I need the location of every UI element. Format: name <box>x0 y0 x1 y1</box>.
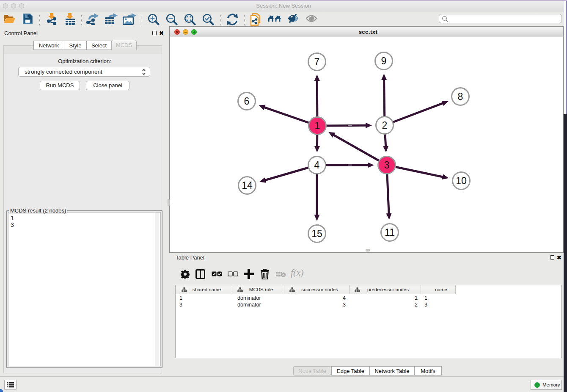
svg-text:14: 14 <box>242 180 253 191</box>
svg-text:3: 3 <box>384 160 390 171</box>
svg-text:7: 7 <box>314 56 320 67</box>
svg-text:6: 6 <box>244 96 250 107</box>
svg-text:2: 2 <box>382 120 388 131</box>
svg-text:4: 4 <box>314 160 320 171</box>
svg-text:8: 8 <box>458 91 463 102</box>
svg-text:10: 10 <box>456 175 467 186</box>
svg-text:1: 1 <box>315 120 320 131</box>
svg-text:9: 9 <box>381 55 387 66</box>
svg-text:11: 11 <box>385 227 395 238</box>
svg-text:15: 15 <box>311 228 322 239</box>
